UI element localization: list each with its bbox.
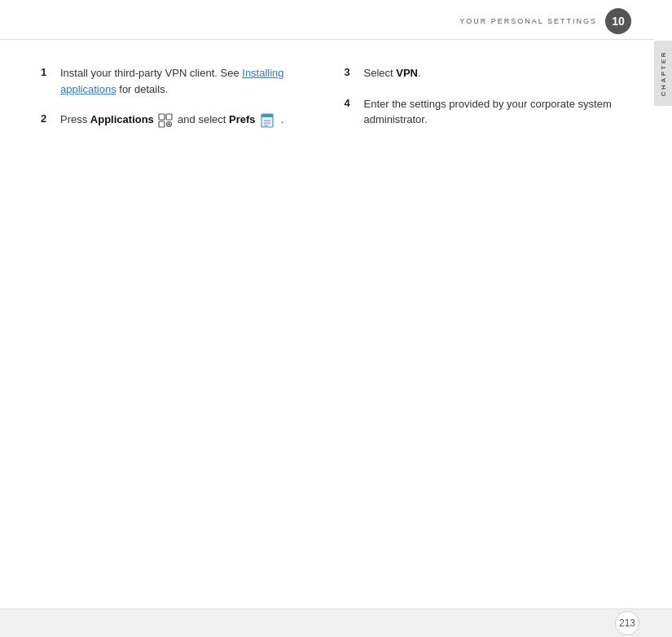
page-number: 213 bbox=[615, 611, 639, 635]
footer: 213 bbox=[0, 608, 672, 637]
step-4-number: 4 bbox=[345, 96, 358, 128]
step-4: 4 Enter the settings provided by your co… bbox=[345, 96, 624, 128]
step-2-number: 2 bbox=[41, 112, 54, 128]
header-title: YOUR PERSONAL SETTINGS bbox=[459, 17, 597, 25]
chapter-tab: CHAPTER bbox=[654, 41, 672, 106]
prefs-icon bbox=[260, 113, 276, 128]
step-1: 1 Install your third-party VPN client. S… bbox=[41, 65, 320, 97]
main-content: 1 Install your third-party VPN client. S… bbox=[41, 65, 623, 143]
svg-rect-1 bbox=[166, 114, 172, 120]
right-column: 3 Select VPN. 4 Enter the settings provi… bbox=[345, 65, 624, 143]
step-1-text: Install your third-party VPN client. See… bbox=[60, 65, 320, 97]
step-3-number: 3 bbox=[345, 65, 358, 81]
step-2-text: Press Applications and select Prefs bbox=[60, 112, 283, 128]
top-rule bbox=[0, 39, 654, 40]
applications-icon bbox=[158, 113, 173, 128]
chapter-tab-label: CHAPTER bbox=[660, 51, 667, 96]
step-3-text: Select VPN. bbox=[364, 65, 421, 81]
header: YOUR PERSONAL SETTINGS 10 bbox=[459, 8, 631, 34]
chapter-badge: 10 bbox=[605, 8, 631, 34]
step-2: 2 Press Applications and select Prefs bbox=[41, 112, 320, 128]
step-3-bold-vpn: VPN bbox=[396, 67, 418, 79]
step-1-number: 1 bbox=[41, 65, 54, 97]
installing-applications-link[interactable]: Installing applications bbox=[60, 67, 284, 95]
step-2-bold-prefs: Prefs bbox=[229, 113, 256, 125]
left-column: 1 Install your third-party VPN client. S… bbox=[41, 65, 320, 143]
step-3: 3 Select VPN. bbox=[345, 65, 624, 81]
step-4-text: Enter the settings provided by your corp… bbox=[364, 96, 624, 128]
svg-rect-7 bbox=[261, 114, 273, 117]
svg-rect-2 bbox=[159, 121, 165, 127]
step-2-bold-applications: Applications bbox=[90, 113, 154, 125]
svg-rect-0 bbox=[159, 114, 165, 120]
